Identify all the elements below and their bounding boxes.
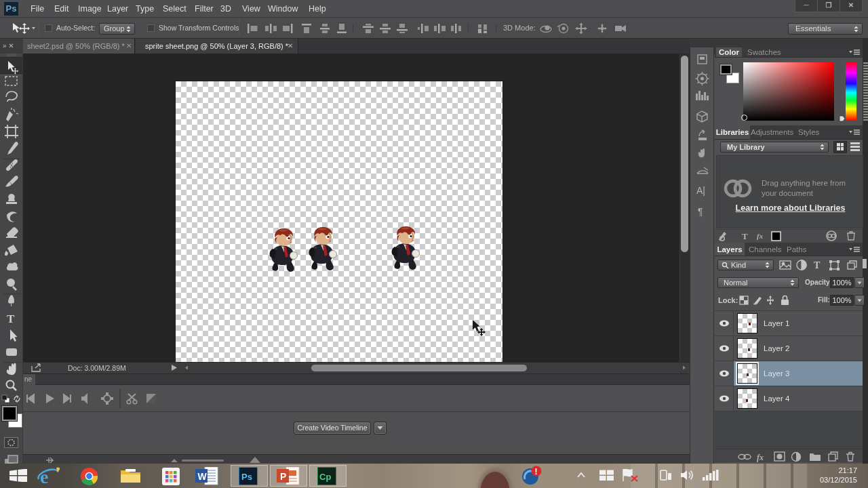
svg-text:T: T [814,260,821,270]
svg-text:T: T [742,231,748,241]
svg-text:T: T [7,312,15,325]
svg-text:fx: fx [757,232,764,240]
svg-text:!: ! [535,467,538,476]
svg-text:Cp: Cp [319,472,331,482]
svg-text:¶: ¶ [698,206,703,217]
svg-text:fx: fx [757,453,764,462]
svg-text:e: e [40,466,48,486]
svg-text:Ps: Ps [241,472,252,482]
svg-text:A|: A| [696,185,705,196]
svg-text:W: W [198,471,208,482]
svg-text:P: P [280,471,286,482]
